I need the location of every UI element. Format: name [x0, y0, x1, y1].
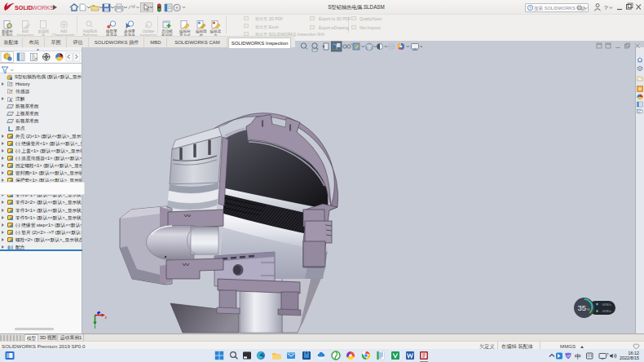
svg-text:0KB/s: 0KB/s: [602, 302, 613, 307]
svg-text:35: 35: [578, 303, 587, 312]
svg-text:?: ?: [529, 6, 532, 11]
svg-text:?: ?: [604, 4, 608, 11]
svg-text:?: ?: [607, 353, 609, 357]
svg-text:%: %: [587, 307, 590, 311]
svg-text:A: A: [9, 98, 12, 102]
svg-text:WORKS: WORKS: [32, 4, 54, 11]
svg-text:0KB/s: 0KB/s: [602, 309, 613, 313]
svg-text:x: x: [104, 315, 108, 320]
svg-text:SOLID: SOLID: [15, 4, 33, 11]
svg-text:中: 中: [575, 353, 581, 360]
